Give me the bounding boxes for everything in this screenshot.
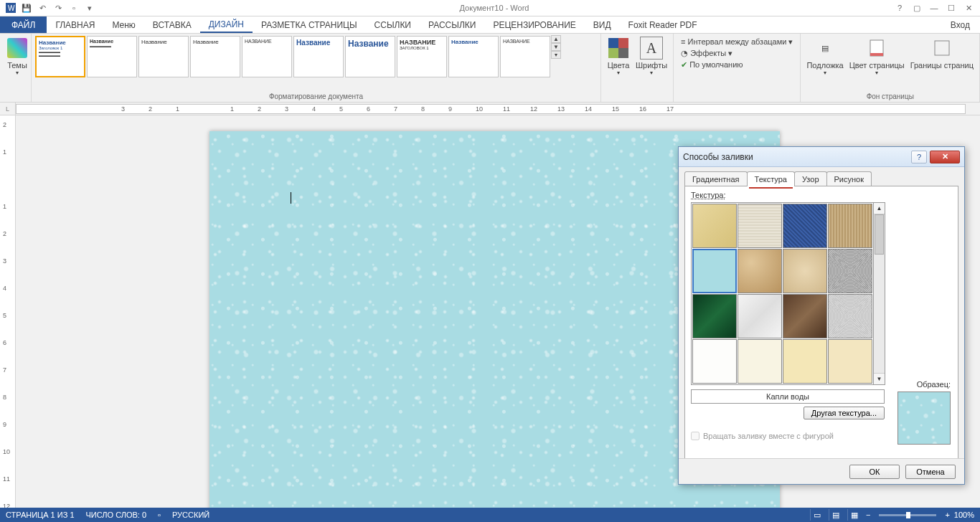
login-link[interactable]: Вход [941, 16, 980, 33]
gallery-scroll[interactable]: ▲ ▼ ▾ [551, 35, 561, 59]
tab-file[interactable]: ФАЙЛ [0, 16, 47, 33]
rotate-checkbox-input[interactable] [691, 432, 699, 440]
tab-mailings[interactable]: РАССЫЛКИ [420, 16, 484, 33]
tab-review[interactable]: РЕЦЕНЗИРОВАНИЕ [484, 16, 584, 33]
style-item[interactable]: Название [448, 36, 499, 77]
page-color-button[interactable]: Цвет страницы▾ [847, 35, 908, 77]
texture-swatch[interactable] [738, 204, 782, 248]
page-borders-button[interactable]: Границы страниц [908, 35, 976, 71]
themes-icon [6, 37, 29, 60]
zoom-slider[interactable] [879, 514, 936, 516]
texture-name: Капли воды [691, 389, 885, 404]
save-icon[interactable]: 💾 [19, 1, 34, 15]
tab-picture[interactable]: Рисунок [826, 171, 872, 186]
style-item[interactable]: Название [190, 36, 240, 77]
dialog-titlebar[interactable]: Способы заливки ? ✕ [679, 147, 964, 167]
style-item[interactable]: НазваниеЗаголовок 1▬▬▬▬▬▬▬▬▬▬▬▬ [35, 36, 85, 77]
view-web-icon[interactable]: ▦ [847, 509, 862, 521]
texture-swatch[interactable] [692, 339, 737, 384]
texture-label: Текстура: [691, 191, 952, 199]
other-texture-button[interactable]: Другая текстура... [804, 407, 885, 419]
svg-rect-8 [935, 41, 949, 55]
view-print-icon[interactable]: ▤ [829, 509, 843, 521]
texture-swatch[interactable] [828, 249, 872, 293]
colors-icon [607, 37, 630, 60]
dialog-close-icon[interactable]: ✕ [930, 151, 960, 163]
horizontal-ruler[interactable]: 3211234567891011121314151617 [16, 104, 966, 114]
tab-references[interactable]: ССЫЛКИ [366, 16, 420, 33]
undo-icon[interactable]: ↶ [35, 1, 50, 15]
ruler-corner[interactable]: L [0, 103, 16, 115]
scroll-up-icon[interactable]: ▲ [874, 203, 885, 214]
texture-scrollbar[interactable]: ▲ ▼ [874, 202, 885, 385]
texture-swatch[interactable] [783, 294, 827, 338]
themes-button[interactable]: Темы ▾ [3, 35, 32, 77]
cancel-button[interactable]: Отмена [905, 465, 956, 479]
style-item[interactable]: НазваниеЗАГОЛОВОК 1 [397, 36, 447, 77]
tab-foxit[interactable]: Foxit Reader PDF [620, 16, 706, 33]
tab-layout[interactable]: РАЗМЕТКА СТРАНИЦЫ [253, 16, 366, 33]
scroll-down-icon[interactable]: ▼ [874, 373, 885, 384]
texture-swatch[interactable] [738, 249, 782, 293]
watermark-button[interactable]: ▤ Подложка▾ [804, 35, 846, 77]
style-item[interactable]: Название [242, 36, 292, 77]
word-icon[interactable]: W [4, 1, 18, 15]
texture-swatch-selected[interactable] [692, 249, 737, 293]
tab-view[interactable]: ВИД [585, 16, 620, 33]
tab-pattern[interactable]: Узор [794, 171, 827, 186]
redo-icon[interactable]: ↷ [51, 1, 65, 15]
qat-more-icon[interactable]: ▾ [83, 1, 97, 15]
tab-menu[interactable]: Меню [103, 16, 143, 33]
effects-button[interactable]: ◔ Эффекты ▾ [679, 48, 794, 59]
vertical-ruler[interactable]: 21123456789101112 [0, 115, 16, 508]
status-language[interactable]: РУССКИЙ [172, 511, 209, 519]
texture-swatch[interactable] [783, 204, 827, 248]
gallery-down-icon[interactable]: ▼ [551, 43, 561, 51]
tab-texture[interactable]: Текстура [747, 171, 795, 186]
colors-button[interactable]: Цвета▾ [604, 35, 633, 77]
texture-swatch[interactable] [738, 294, 782, 338]
tab-insert[interactable]: ВСТАВКА [144, 16, 200, 33]
tab-home[interactable]: ГЛАВНАЯ [47, 16, 103, 33]
tab-design[interactable]: ДИЗАЙН [200, 16, 253, 33]
style-item[interactable]: Название [138, 36, 189, 77]
close-icon[interactable]: ✕ [961, 1, 976, 15]
style-item[interactable]: Название▬▬▬▬▬▬ [87, 36, 137, 77]
help-icon[interactable]: ? [892, 1, 908, 15]
status-page[interactable]: СТРАНИЦА 1 ИЗ 1 [6, 511, 75, 519]
style-gallery[interactable]: НазваниеЗаголовок 1▬▬▬▬▬▬▬▬▬▬▬▬ Название… [34, 35, 551, 80]
status-words[interactable]: ЧИСЛО СЛОВ: 0 [86, 511, 147, 519]
fill-effects-dialog: Способы заливки ? ✕ Градиентная Текстура… [678, 146, 965, 485]
maximize-icon[interactable]: ☐ [943, 1, 959, 15]
tab-gradient[interactable]: Градиентная [684, 171, 748, 186]
dialog-help-icon[interactable]: ? [911, 151, 927, 163]
ribbon-options-icon[interactable]: ▢ [909, 1, 925, 15]
rotate-fill-checkbox[interactable]: Вращать заливку вместе с фигурой [691, 432, 834, 440]
minimize-icon[interactable]: — [926, 1, 942, 15]
style-item[interactable]: Название [293, 36, 344, 77]
view-read-icon[interactable]: ▭ [810, 509, 824, 521]
texture-swatch[interactable] [692, 294, 737, 338]
texture-swatch[interactable] [828, 339, 872, 384]
title-bar: W 💾 ↶ ↷ ▫ ▾ Документ10 - Word ? ▢ — ☐ ✕ [0, 0, 980, 16]
zoom-in-icon[interactable]: + [945, 511, 949, 519]
set-default-button[interactable]: ✔ По умолчанию [679, 60, 794, 70]
texture-swatch[interactable] [828, 204, 872, 248]
new-icon[interactable]: ▫ [67, 1, 81, 15]
style-item[interactable]: Название [500, 36, 550, 77]
texture-swatch[interactable] [738, 339, 782, 384]
gallery-up-icon[interactable]: ▲ [551, 35, 561, 43]
texture-swatch[interactable] [692, 204, 737, 248]
status-proofing-icon[interactable]: ▫ [158, 511, 161, 519]
scroll-thumb[interactable] [875, 214, 884, 255]
paragraph-spacing-button[interactable]: ≡ Интервал между абзацами ▾ [679, 37, 794, 47]
gallery-more-icon[interactable]: ▾ [551, 51, 561, 59]
zoom-value[interactable]: 100% [954, 511, 974, 519]
style-item[interactable]: Название [345, 36, 395, 77]
texture-swatch[interactable] [783, 339, 827, 384]
ok-button[interactable]: ОК [849, 465, 900, 479]
texture-swatch[interactable] [783, 249, 827, 293]
texture-swatch[interactable] [828, 294, 872, 338]
zoom-out-icon[interactable]: − [866, 511, 870, 519]
fonts-button[interactable]: А Шрифты▾ [633, 35, 670, 77]
